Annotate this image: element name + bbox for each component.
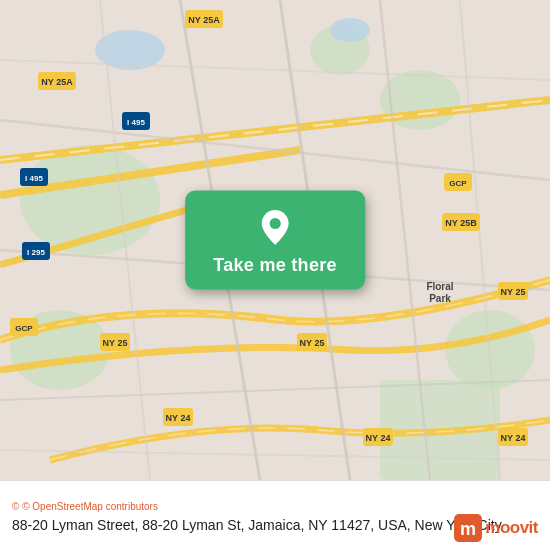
take-me-there-label: Take me there [213, 255, 337, 276]
svg-text:NY 24: NY 24 [166, 413, 191, 423]
svg-text:I 295: I 295 [27, 248, 45, 257]
svg-point-53 [269, 218, 280, 229]
svg-text:I 495: I 495 [127, 118, 145, 127]
svg-text:NY 25: NY 25 [103, 338, 128, 348]
svg-point-8 [330, 18, 370, 42]
location-pin-icon [256, 209, 294, 247]
svg-text:Park: Park [429, 293, 451, 304]
svg-text:GCP: GCP [449, 179, 467, 188]
svg-text:GCP: GCP [15, 324, 33, 333]
take-me-there-container: Take me there [185, 191, 365, 290]
openstreetmap-icon: © [12, 501, 22, 512]
moovit-logo: m moovit [454, 514, 538, 542]
moovit-text: moovit [485, 518, 538, 538]
svg-text:NY 25A: NY 25A [188, 15, 220, 25]
info-bar: © © OpenStreetMap contributors 88-20 Lym… [0, 480, 550, 550]
attribution: © © OpenStreetMap contributors [12, 501, 538, 512]
moovit-m-icon: m [454, 514, 482, 542]
svg-text:Floral: Floral [426, 281, 453, 292]
svg-text:NY 25A: NY 25A [41, 77, 73, 87]
svg-text:NY 24: NY 24 [501, 433, 526, 443]
svg-text:NY 25: NY 25 [501, 287, 526, 297]
svg-text:NY 24: NY 24 [366, 433, 391, 443]
map-container: NY 25A NY 25A I 495 I 495 I 295 GCP NY 2… [0, 0, 550, 480]
navigation-button-box[interactable]: Take me there [185, 191, 365, 290]
svg-text:NY 25: NY 25 [300, 338, 325, 348]
svg-text:NY 25B: NY 25B [445, 218, 477, 228]
svg-text:m: m [460, 519, 476, 539]
attribution-text: © OpenStreetMap contributors [22, 501, 158, 512]
svg-text:I 495: I 495 [25, 174, 43, 183]
